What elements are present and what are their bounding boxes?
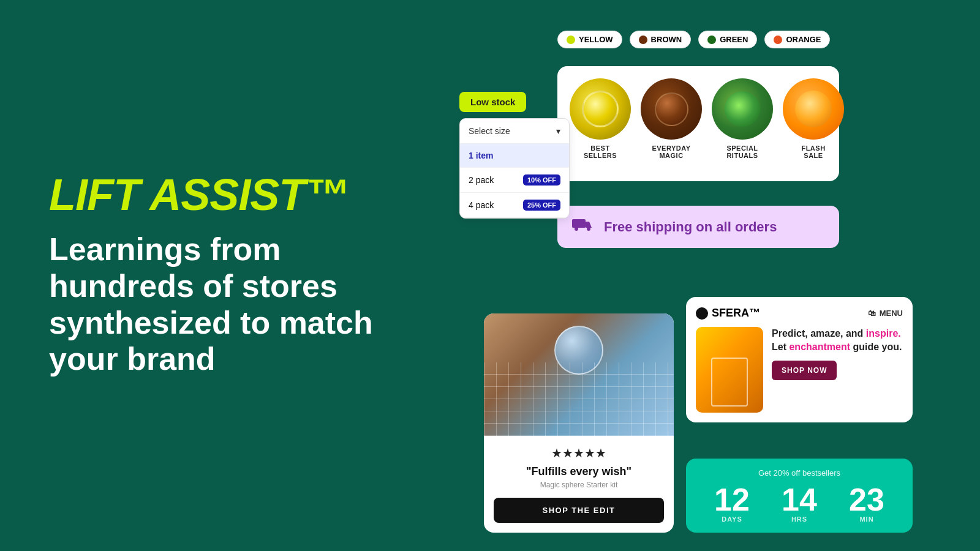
review-product-name: Magic sphere Starter kit xyxy=(494,481,664,489)
sfera-tagline: Predict, amaze, and inspire. Let enchant… xyxy=(772,327,903,354)
size-option-4pack[interactable]: 4 pack 25% OFF xyxy=(460,193,569,218)
sfera-card: SFERA™ 🛍 MENU Predict, amaze, and inspir… xyxy=(686,297,913,422)
color-label-brown: BROWN xyxy=(651,35,682,44)
color-dot-orange xyxy=(774,36,782,44)
size-dropdown-header[interactable]: Select size ▾ xyxy=(460,119,569,144)
circle-inner-yellow xyxy=(582,91,619,127)
hero-left: LIFT ASSIST™ Learnings from hundreds of … xyxy=(49,173,404,378)
shop-now-button[interactable]: SHOP NOW xyxy=(772,361,837,380)
product-circle-green xyxy=(712,78,773,140)
review-card: ★★★★★ "Fulfills every wish" Magic sphere… xyxy=(484,313,674,533)
sfera-highlight-enchantment: enchantment xyxy=(789,342,850,352)
countdown-min: 23 MIN xyxy=(849,484,884,523)
color-selector: YELLOW BROWN GREEN ORANGE xyxy=(557,31,830,48)
grid-overlay xyxy=(484,362,674,436)
product-circles: BESTSELLERS EVERYDAYMAGIC SPECIALRITUALS xyxy=(570,78,827,159)
sfera-image-inner xyxy=(711,358,748,407)
star-rating: ★★★★★ xyxy=(494,446,664,460)
svg-point-1 xyxy=(575,227,578,231)
product-label-everyday-magic: EVERYDAYMAGIC xyxy=(652,144,690,159)
color-label-green: GREEN xyxy=(720,35,748,44)
countdown-min-value: 23 xyxy=(849,484,884,515)
color-label-yellow: YELLOW xyxy=(579,35,613,44)
product-item-special-rituals[interactable]: SPECIALRITUALS xyxy=(712,78,773,159)
sfera-content: Predict, amaze, and inspire. Let enchant… xyxy=(696,327,903,413)
color-option-yellow[interactable]: YELLOW xyxy=(557,31,622,48)
truck-icon xyxy=(572,217,594,237)
circle-inner-brown xyxy=(655,92,688,126)
color-option-brown[interactable]: BROWN xyxy=(630,31,692,48)
product-circle-orange xyxy=(783,78,844,140)
shipping-banner: Free shipping on all orders xyxy=(557,206,839,248)
sfera-menu-button[interactable]: 🛍 MENU xyxy=(868,309,903,318)
svg-point-2 xyxy=(587,227,590,231)
product-circle-brown xyxy=(641,78,702,140)
discount-badge-4pack: 25% OFF xyxy=(523,200,560,211)
size-option-2pack[interactable]: 2 pack 10% OFF xyxy=(460,168,569,193)
countdown-numbers: 12 DAYS 14 HRS 23 MIN xyxy=(698,484,900,523)
product-item-best-sellers[interactable]: BESTSELLERS xyxy=(570,78,631,159)
sfera-highlight-inspire: inspire. xyxy=(866,328,901,339)
size-dropdown[interactable]: Select size ▾ 1 item 2 pack 10% OFF 4 pa… xyxy=(459,118,570,219)
color-option-green[interactable]: GREEN xyxy=(698,31,757,48)
product-item-flash-sale[interactable]: FLASHSALE xyxy=(783,78,844,159)
product-label-best-sellers: BESTSELLERS xyxy=(584,144,617,159)
shipping-text: Free shipping on all orders xyxy=(604,219,777,235)
countdown-card: Get 20% off bestsellers 12 DAYS 14 HRS 2… xyxy=(686,459,913,533)
sfera-logo-dot xyxy=(696,307,708,320)
countdown-hrs-value: 14 xyxy=(782,484,817,515)
circle-inner-green xyxy=(725,91,760,127)
size-option-1item[interactable]: 1 item xyxy=(460,144,569,168)
product-label-flash-sale: FLASHSALE xyxy=(801,144,825,159)
svg-rect-0 xyxy=(572,219,586,228)
size-selector-area: Low stock Select size ▾ 1 item 2 pack 10… xyxy=(459,92,570,219)
discount-badge-2pack: 10% OFF xyxy=(523,174,560,186)
color-dot-yellow xyxy=(567,36,575,44)
circle-inner-orange xyxy=(795,91,832,127)
sfera-header: SFERA™ 🛍 MENU xyxy=(696,307,903,320)
shop-edit-button[interactable]: SHOP THE EDIT xyxy=(494,498,664,523)
countdown-days-value: 12 xyxy=(714,484,750,515)
review-card-body: ★★★★★ "Fulfills every wish" Magic sphere… xyxy=(484,436,674,533)
hero-subtitle: Learnings from hundreds of stores synthe… xyxy=(49,231,404,378)
brand-title: LIFT ASSIST™ xyxy=(49,173,404,217)
bag-icon: 🛍 xyxy=(868,309,876,318)
sfera-logo: SFERA™ xyxy=(696,307,760,320)
product-grid-card: BESTSELLERS EVERYDAYMAGIC SPECIALRITUALS xyxy=(557,66,839,181)
sfera-text: Predict, amaze, and inspire. Let enchant… xyxy=(772,327,903,413)
chevron-down-icon: ▾ xyxy=(556,126,560,136)
color-dot-brown xyxy=(639,36,647,44)
product-label-special-rituals: SPECIALRITUALS xyxy=(726,144,758,159)
product-circle-yellow xyxy=(570,78,631,140)
countdown-hrs: 14 HRS xyxy=(782,484,817,523)
color-dot-green xyxy=(707,36,716,44)
review-quote: "Fulfills every wish" xyxy=(494,465,664,478)
low-stock-badge: Low stock xyxy=(459,92,570,118)
color-option-orange[interactable]: ORANGE xyxy=(764,31,830,48)
color-label-orange: ORANGE xyxy=(786,35,821,44)
countdown-days: 12 DAYS xyxy=(714,484,750,523)
product-item-everyday-magic[interactable]: EVERYDAYMAGIC xyxy=(641,78,702,159)
review-card-image xyxy=(484,313,674,436)
countdown-label: Get 20% off bestsellers xyxy=(698,468,900,478)
sfera-product-image xyxy=(696,327,763,413)
